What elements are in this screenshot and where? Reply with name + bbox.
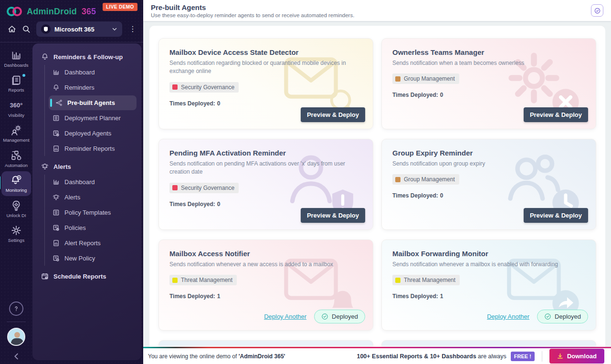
menu-panel: Reminders & Follow-up Dashboard Reminder… [32, 43, 141, 360]
menu-section-alerts[interactable]: Alerts [38, 159, 137, 174]
category-color-square [172, 278, 178, 283]
menu-item-new-policy[interactable]: New Policy [49, 251, 137, 266]
more-options-icon[interactable]: ⋮ [128, 25, 137, 33]
document-list-icon [53, 114, 60, 122]
agent-description: Sends notification on pending MFA activa… [169, 160, 362, 177]
menu-item-deployed-agents[interactable]: Deployed Agents [49, 126, 137, 141]
preview-deploy-button[interactable]: Preview & Deploy [301, 208, 365, 223]
brand-suffix: 365 [82, 7, 96, 17]
agent-card-pending-mfa: Pending MFA Activation Reminder Sends no… [158, 139, 373, 230]
footer-divider [542, 351, 542, 362]
download-icon [557, 353, 563, 359]
agent-card-partial [158, 340, 373, 346]
agent-description: Sends notification whenever a new access… [169, 260, 362, 269]
collapse-sidebar-icon[interactable] [12, 353, 20, 360]
help-button[interactable] [9, 302, 23, 316]
rail-item-monitoring[interactable]: Monitoring [1, 171, 31, 196]
times-deployed: Times Deployed:0 [392, 192, 585, 199]
unlock-di-icon [11, 200, 22, 211]
clock-check-icon [594, 7, 601, 14]
deploy-another-link[interactable]: Deploy Another [487, 313, 529, 320]
demo-notice: You are viewing the online demo of 'Admi… [148, 353, 285, 360]
preview-deploy-button[interactable]: Preview & Deploy [524, 107, 588, 122]
search-icon[interactable] [22, 25, 31, 33]
menu-section-reminders-followup[interactable]: Reminders & Follow-up [38, 49, 137, 64]
agent-title: Group Expiry Reminder [392, 149, 585, 157]
page-subtitle: Use these easy-to-deploy reminder agents… [151, 12, 354, 18]
bell-ringing-icon [53, 194, 60, 201]
service-selector-label: Microsoft 365 [54, 26, 108, 33]
home-icon[interactable] [8, 25, 16, 33]
agent-card-ownerless-teams: Ownerless Teams Manager Sends notificati… [381, 38, 596, 129]
category-color-square [172, 84, 178, 90]
menu-items-reminders: Dashboard Reminders Pre-built Agents Dep… [44, 65, 137, 156]
360-visibility-icon: 360° [10, 100, 23, 111]
menu-item-alert-reports[interactable]: Alert Reports [49, 236, 137, 250]
document-chart-icon [53, 145, 60, 152]
menu-item-alerts-dashboard[interactable]: Dashboard [49, 175, 137, 189]
rail-bottom-divider [7, 322, 26, 322]
page-header: Pre-built Agents Use these easy-to-deplo… [143, 0, 611, 21]
live-demo-badge: LIVE DEMO [103, 3, 137, 11]
menu-item-policy-templates[interactable]: Policy Templates [49, 205, 137, 220]
settings-icon [11, 225, 22, 236]
document-check-icon [53, 130, 60, 137]
dashboard-icon [53, 178, 60, 186]
dashboards-icon [11, 50, 22, 61]
calendar-clock-icon [41, 272, 49, 280]
rail-item-reports[interactable]: Reports [1, 71, 31, 95]
agent-card-mailbox-access-notifier: Mailbox Access Notifier Sends notificati… [158, 239, 373, 331]
deploy-another-link[interactable]: Deploy Another [264, 313, 306, 320]
agent-description: Sends notification regarding blocked or … [169, 59, 362, 76]
rail-item-dashboards[interactable]: Dashboards [1, 46, 31, 71]
chevron-down-icon [112, 26, 117, 32]
menu-item-deployment-planner[interactable]: Deployment Planner [49, 111, 137, 125]
brand-name: AdminDroid [27, 7, 77, 17]
category-badge: Threat Management [169, 275, 237, 285]
agent-card-mailbox-device-access: Mailbox Device Access State Detector Sen… [158, 38, 373, 129]
rail-item-visibility[interactable]: 360° Visibility [1, 96, 31, 121]
reports-icon [11, 74, 22, 86]
agent-title: Pending MFA Activation Reminder [169, 149, 362, 157]
dashboard-icon [53, 69, 60, 76]
management-icon [11, 125, 22, 136]
admindroid-logo-icon [7, 6, 23, 17]
deployed-status-badge: Deployed [537, 310, 588, 323]
download-button[interactable]: Download [549, 349, 604, 364]
agent-card-group-expiry: Group Expiry Reminder Sends notification… [381, 139, 596, 230]
category-badge: Group Management [392, 174, 459, 185]
menu-item-reminders[interactable]: Reminders [49, 80, 137, 95]
bell-icon [53, 84, 60, 91]
menu-item-pre-built-agents[interactable]: Pre-built Agents [49, 95, 137, 110]
reports-notification-dot [22, 74, 25, 77]
preview-deploy-button[interactable]: Preview & Deploy [301, 107, 365, 122]
rail-item-settings[interactable]: Settings [1, 221, 31, 246]
user-avatar[interactable] [7, 328, 25, 346]
menu-item-alerts[interactable]: Alerts [49, 190, 137, 205]
menu-item-policies[interactable]: Policies [49, 220, 137, 235]
rail-item-management[interactable]: Management [1, 121, 31, 146]
menu-item-schedule-reports[interactable]: Schedule Reports [38, 269, 137, 284]
times-deployed: Times Deployed:1 [392, 293, 585, 300]
preview-deploy-button[interactable]: Preview & Deploy [524, 208, 588, 223]
menu-item-reminder-reports[interactable]: Reminder Reports [49, 141, 137, 156]
sidebar: AdminDroid 365 LIVE DEMO Microsoft 365 ⋮… [0, 0, 143, 364]
monitoring-icon [11, 175, 22, 186]
icon-rail: Dashboards Reports 360° Visibility Manag… [0, 42, 32, 364]
agent-description: Sends notification upon group expiry [392, 160, 585, 168]
page-title: Pre-built Agents [151, 3, 354, 11]
category-badge: Group Management [392, 73, 459, 84]
deployed-status-badge: Deployed [314, 310, 365, 323]
help-icon [12, 305, 20, 312]
category-color-square [395, 76, 400, 82]
service-selector[interactable]: Microsoft 365 [36, 21, 122, 37]
rail-item-automation[interactable]: Automation [1, 146, 31, 171]
agent-title: Mailbox Forwarding Monitor [392, 250, 585, 258]
category-badge: Security Governance [169, 183, 239, 193]
deployment-history-button[interactable] [591, 4, 603, 17]
agent-description: Sends notification when a team becomes o… [392, 59, 585, 67]
menu-item-dashboard[interactable]: Dashboard [49, 65, 137, 80]
times-deployed: Times Deployed:0 [392, 92, 585, 98]
times-deployed: Times Deployed:1 [169, 293, 362, 300]
rail-item-unlock-di[interactable]: Unlock DI [1, 197, 31, 221]
